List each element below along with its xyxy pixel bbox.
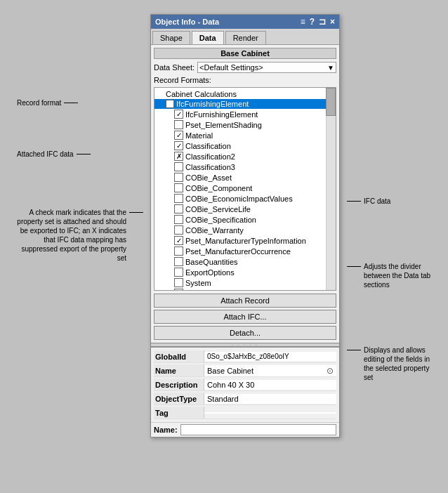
list-item[interactable]: COBie_EconomicImpactValues <box>154 193 336 204</box>
properties-section: GlobalId 0So_o$JaHxBc_z08e0oIY Name Base… <box>151 347 339 422</box>
dropdown-arrow-icon: ▼ <box>327 64 334 72</box>
item-label: IfcFurnishingElement <box>176 100 249 108</box>
scrollbar-thumb[interactable] <box>326 88 336 116</box>
list-item[interactable]: COBie_ServiceLife <box>154 204 336 214</box>
item-label: COBie_EconomicImpactValues <box>185 195 293 203</box>
list-item[interactable]: COBie_Asset <box>154 172 336 183</box>
list-item[interactable]: IfcFurnishingElement <box>154 109 336 119</box>
prop-row-name: Name Base Cabinet ⊙ <box>154 364 336 377</box>
checkbox-icon[interactable] <box>174 194 183 203</box>
list-item[interactable]: Classification3 <box>154 162 336 172</box>
checkbox-icon[interactable] <box>174 236 183 245</box>
tree-toggle-icon[interactable]: − <box>166 100 174 108</box>
checkbox-icon[interactable] <box>174 141 183 150</box>
list-item[interactable]: ExportOptions <box>154 267 336 277</box>
name-footer-input[interactable] <box>180 424 336 435</box>
list-item[interactable]: Classification <box>154 140 336 151</box>
objecttype-label: ObjectType <box>154 393 204 405</box>
list-item[interactable]: − IfcFurnishingElement <box>154 99 336 109</box>
list-item[interactable]: System <box>154 277 336 288</box>
objecttype-value[interactable]: Standard <box>204 394 336 404</box>
record-formats-label: Record Formats: <box>154 76 336 84</box>
list-item[interactable]: Cabinet Calculations <box>154 89 336 99</box>
item-label: COBie_Asset <box>185 173 232 182</box>
name-footer-label: Name: <box>154 426 178 434</box>
globalid-value-text: 0So_o$JaHxBc_z08e0oIY <box>207 353 289 360</box>
tab-render[interactable]: Render <box>225 31 266 44</box>
checkbox-icon[interactable] <box>174 257 183 266</box>
tag-value[interactable] <box>204 412 336 414</box>
checkbox-icon[interactable] <box>174 131 183 140</box>
detach-button[interactable]: Detach... <box>154 326 336 340</box>
checkbox-icon[interactable] <box>174 173 183 182</box>
name-value-text: Base Cabinet <box>207 367 253 375</box>
close-icon[interactable]: × <box>330 17 335 27</box>
pin-icon[interactable]: ⊐ <box>319 17 326 27</box>
checkbox-icon[interactable] <box>174 289 183 291</box>
data-sheet-label: Data Sheet: <box>154 63 195 72</box>
item-label: COBie_Warranty <box>185 226 244 235</box>
tabs-row: Shape Data Render <box>151 29 339 45</box>
window-title: Object Info - Data <box>155 18 219 26</box>
checkbox-icon[interactable] <box>174 204 183 213</box>
checkbox-icon[interactable] <box>174 162 183 171</box>
description-value[interactable]: Cohn 40 X 30 <box>204 380 336 390</box>
checkbox-icon[interactable] <box>174 120 183 129</box>
right-annotations: IFC data Adjusts the divider between the… <box>340 14 431 392</box>
checkbox-icon[interactable] <box>174 268 183 277</box>
name-value[interactable]: Base Cabinet ⊙ <box>204 365 336 376</box>
description-label: Description <box>154 379 204 390</box>
annotation-ifc-data-right: IFC data <box>347 197 431 206</box>
globalid-value: 0So_o$JaHxBc_z08e0oIY <box>204 352 336 361</box>
data-sheet-select[interactable]: <Default Settings> ▼ <box>197 62 336 73</box>
data-sheet-row: Data Sheet: <Default Settings> ▼ <box>154 62 336 73</box>
item-label: ExportOptions <box>185 268 235 277</box>
checkbox-icon[interactable] <box>174 246 183 256</box>
list-item[interactable]: COBie_Warranty <box>154 225 336 235</box>
item-label: System <box>185 279 211 287</box>
list-item[interactable]: Pset_ManufacturerTypeInformation <box>154 235 336 246</box>
list-item[interactable]: Pset_ManufacturerOccurrence <box>154 246 336 256</box>
menu-icon[interactable]: ≡ <box>301 17 305 27</box>
scrollbar-track[interactable] <box>326 88 336 290</box>
list-item[interactable]: Classification2 <box>154 151 336 162</box>
tab-shape[interactable]: Shape <box>152 31 190 44</box>
checkbox-icon[interactable] <box>174 110 183 119</box>
action-buttons: Attach Record Attach IFC... Detach... <box>154 294 336 340</box>
left-annotations: Record format Attached IFC data A check … <box>17 14 150 272</box>
item-label: COBie_Specification <box>185 216 256 224</box>
annotation-text: Displays and allows editing of the field… <box>364 346 431 382</box>
checkbox-icon[interactable] <box>174 215 183 224</box>
tab-data[interactable]: Data <box>192 31 224 44</box>
list-item[interactable]: BaseQuantities <box>154 256 336 267</box>
checkbox-x-icon[interactable] <box>174 152 183 161</box>
item-label: Pset_ManufacturerOccurrence <box>185 247 291 256</box>
main-panel: Object Info - Data ≡ ? ⊐ × Shape Data Re… <box>150 14 340 438</box>
item-label: Material <box>185 131 213 140</box>
name-footer: Name: <box>151 422 339 437</box>
list-item[interactable]: Material <box>154 130 336 140</box>
record-list-container[interactable]: Cabinet Calculations − IfcFurnishingElem… <box>154 87 336 291</box>
checkbox-icon[interactable] <box>174 278 183 287</box>
item-label: Classification2 <box>185 152 235 161</box>
objecttype-value-text: Standard <box>207 395 239 403</box>
title-bar-icons: ≡ ? ⊐ × <box>301 17 335 27</box>
description-value-text: Cohn 40 X 30 <box>207 381 254 389</box>
item-label: COBie_ServiceLife <box>185 205 251 213</box>
help-icon[interactable]: ? <box>310 17 315 27</box>
panel-body: Base Cabinet Data Sheet: <Default Settin… <box>151 45 339 343</box>
record-list: Cabinet Calculations − IfcFurnishingElem… <box>154 88 336 291</box>
annotation-text: IFC data <box>364 197 390 206</box>
list-item[interactable]: Group <box>154 288 336 291</box>
list-item[interactable]: COBie_Specification <box>154 214 336 225</box>
attach-ifc-button[interactable]: Attach IFC... <box>154 310 336 324</box>
list-item[interactable]: Pset_ElementShading <box>154 119 336 130</box>
edit-icon[interactable]: ⊙ <box>327 366 334 376</box>
data-sheet-value: <Default Settings> <box>199 63 263 72</box>
checkbox-icon[interactable] <box>174 183 183 192</box>
annotation-text: Attached IFC data <box>17 150 74 159</box>
cabinet-name: Base Cabinet <box>154 48 336 59</box>
list-item[interactable]: COBie_Component <box>154 183 336 193</box>
attach-record-button[interactable]: Attach Record <box>154 294 336 308</box>
checkbox-icon[interactable] <box>174 225 183 235</box>
